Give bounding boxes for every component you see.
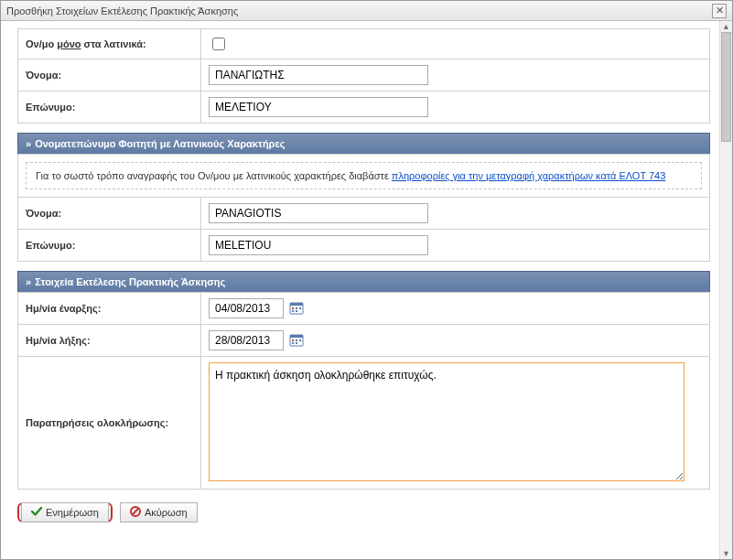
last-name-input[interactable] [209,97,428,117]
latin-last-name-input[interactable] [209,235,428,255]
table-row: Παρατηρήσεις ολοκλήρωσης: [18,357,710,490]
last-name-label: Επώνυμο: [18,92,201,124]
last-name-cell [201,92,710,124]
text: Ον/μο [26,38,57,49]
svg-line-15 [133,509,138,514]
svg-rect-6 [296,310,297,312]
raquo-icon: » [26,138,31,149]
notes-textarea[interactable] [209,362,684,481]
latin-first-name-cell [201,198,710,230]
table-row: Όνομα: [18,198,710,230]
update-button-label: Ενημέρωση [46,507,99,518]
svg-rect-13 [296,342,297,344]
end-date-cell [201,325,710,357]
calendar-icon[interactable] [289,301,304,316]
svg-rect-10 [296,339,297,341]
svg-rect-2 [292,307,294,309]
cancel-button[interactable]: Ακύρωση [120,502,198,522]
info-cell: Για το σωστό τρόπο αναγραφής του Ον/μου … [18,155,710,198]
dialog-window: Προσθήκη Στοιχείων Εκτέλεσης Πρακτικής Ά… [0,0,733,560]
end-date-input[interactable] [209,330,284,350]
table-row: Ημ/νία λήξης: [18,325,710,357]
elot-info-box: Για το σωστό τρόπο αναγραφής του Ον/μου … [26,162,702,189]
svg-rect-3 [296,307,297,309]
latin-section-header: »Ονοματεπώνυμο Φοιτητή με Λατινικούς Χαρ… [17,133,710,154]
svg-rect-12 [292,342,294,344]
table-row: Όνομα: [18,59,710,92]
greek-name-table: Ον/μο μόνο στα λατινικά: Όνομα: Επώνυμο: [17,28,710,124]
svg-rect-8 [290,335,303,338]
execution-table: Ημ/νία έναρξης: Ημ/νία λήξης: [17,292,710,490]
titlebar: Προσθήκη Στοιχείων Εκτέλεσης Πρακτικής Ά… [1,1,732,21]
table-row: Ον/μο μόνο στα λατινικά: [18,29,710,59]
notes-cell [201,357,710,490]
start-date-label: Ημ/νία έναρξης: [18,293,201,325]
elot-link[interactable]: πληροφορίες για την μεταγραφή χαρακτήρων… [392,170,665,181]
text: μόνο [57,38,81,49]
scroll-up-arrow-icon[interactable]: ▲ [721,21,731,32]
latin-first-name-label: Όνομα: [18,198,201,230]
window-title: Προσθήκη Στοιχείων Εκτέλεσης Πρακτικής Ά… [6,5,238,16]
svg-rect-5 [292,310,294,312]
first-name-cell [201,59,710,92]
start-date-input[interactable] [209,298,284,318]
close-icon: ✕ [716,5,724,16]
window-close-button[interactable]: ✕ [712,4,727,18]
notes-label: Παρατηρήσεις ολοκλήρωσης: [18,357,201,490]
table-row: Για το σωστό τρόπο αναγραφής του Ον/μου … [18,155,710,198]
scroll-down-arrow-icon[interactable]: ▼ [721,548,731,559]
latin-name-table: Για το σωστό τρόπο αναγραφής του Ον/μου … [17,154,710,262]
vertical-scrollbar[interactable]: ▲ ▼ [719,21,732,559]
action-bar: Ενημέρωση Ακύρωση [17,499,710,522]
dialog-body: Ον/μο μόνο στα λατινικά: Όνομα: Επώνυμο: [1,21,719,559]
update-button-highlight: Ενημέρωση [17,502,113,522]
latin-only-checkbox[interactable] [212,38,225,50]
cancel-button-label: Ακύρωση [145,507,188,518]
latin-only-label: Ον/μο μόνο στα λατινικά: [18,29,201,59]
table-row: Ημ/νία έναρξης: [18,293,710,325]
execution-section-header: »Στοιχεία Εκτέλεσης Πρακτικής Άσκησης [17,271,710,292]
latin-section-title: Ονοματεπώνυμο Φοιτητή με Λατινικούς Χαρα… [35,138,285,149]
svg-rect-4 [299,307,301,309]
table-row: Επώνυμο: [18,92,710,124]
first-name-label: Όνομα: [18,59,201,92]
svg-rect-1 [290,303,303,306]
first-name-input[interactable] [209,65,428,85]
execution-section-title: Στοιχεία Εκτέλεσης Πρακτικής Άσκησης [35,276,225,287]
start-date-cell [201,293,710,325]
svg-rect-11 [299,339,301,341]
table-row: Επώνυμο: [18,230,710,262]
cancel-icon [130,506,141,519]
check-icon [31,506,42,519]
scroll-thumb[interactable] [721,32,731,142]
end-date-label: Ημ/νία λήξης: [18,325,201,357]
calendar-icon[interactable] [289,333,304,348]
svg-rect-9 [292,339,294,341]
raquo-icon: » [26,276,31,287]
latin-first-name-input[interactable] [209,203,428,223]
text: Για το σωστό τρόπο αναγραφής του Ον/μου … [36,170,392,181]
latin-last-name-cell [201,230,710,262]
latin-only-cell [201,29,710,59]
update-button[interactable]: Ενημέρωση [21,502,109,522]
latin-last-name-label: Επώνυμο: [18,230,201,262]
text: στα λατινικά: [81,38,146,49]
